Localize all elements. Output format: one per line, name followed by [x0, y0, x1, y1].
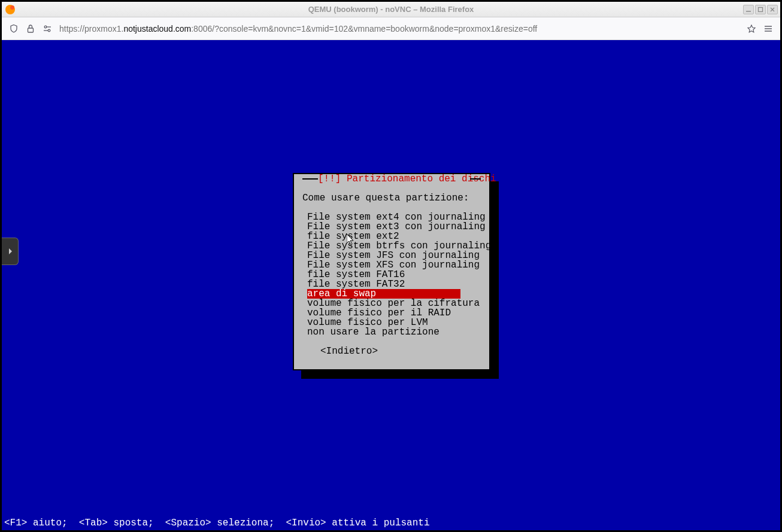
- firefox-icon: [5, 5, 15, 14]
- svg-rect-1: [759, 7, 763, 11]
- bookmark-star-icon[interactable]: [747, 24, 756, 34]
- url-protocol: https://proxmox1.: [59, 24, 123, 34]
- partition-option[interactable]: volume fisico per la cifratura: [307, 299, 481, 308]
- dialog-body: Come usare questa partizione: File syste…: [294, 184, 489, 356]
- svg-point-5: [44, 26, 47, 28]
- hamburger-menu-icon[interactable]: [763, 24, 773, 34]
- title-line-right: [470, 178, 481, 180]
- browser-window: QEMU (bookworm) - noVNC – Mozilla Firefo…: [0, 0, 782, 532]
- partition-option[interactable]: File system XFS con journaling: [307, 260, 481, 270]
- vnc-console-area[interactable]: [!!] Partizionamento dei dischi Come usa…: [2, 40, 780, 530]
- back-button[interactable]: <Indietro>: [320, 346, 481, 356]
- partition-option[interactable]: File system ext3 con journaling: [307, 222, 481, 232]
- dialog-prompt: Come usare questa partizione:: [302, 193, 481, 203]
- window-control-buttons: [743, 5, 778, 14]
- permissions-icon[interactable]: [43, 24, 52, 34]
- window-titlebar: QEMU (bookworm) - noVNC – Mozilla Firefo…: [2, 2, 780, 17]
- partition-dialog: [!!] Partizionamento dei dischi Come usa…: [293, 173, 490, 370]
- partition-option[interactable]: volume fisico per il RAID: [307, 308, 481, 318]
- shield-icon[interactable]: [9, 24, 19, 34]
- svg-point-7: [48, 29, 50, 32]
- keyboard-hint: <F1> aiuto; <Tab> sposta; <Spazio> selez…: [4, 518, 430, 528]
- partition-option[interactable]: File system JFS con journaling: [307, 251, 481, 260]
- dialog-title-row: [!!] Partizionamento dei dischi: [294, 174, 489, 184]
- url-domain: notjustacloud.com: [123, 24, 191, 34]
- option-list: File system ext4 con journalingFile syst…: [307, 212, 481, 337]
- partition-option[interactable]: non usare la partizione: [307, 327, 481, 337]
- minimize-button[interactable]: [743, 5, 754, 14]
- svg-rect-4: [28, 28, 34, 32]
- partition-option[interactable]: file system ext2: [307, 232, 481, 241]
- partition-option[interactable]: file system FAT16: [307, 270, 481, 279]
- partition-option[interactable]: file system FAT32: [307, 279, 481, 289]
- url-path: :8006/?console=kvm&novnc=1&vmid=102&vmna…: [191, 24, 537, 34]
- title-line-left: [302, 178, 318, 180]
- maximize-button[interactable]: [755, 5, 766, 14]
- url-bar: https://proxmox1.notjustacloud.com:8006/…: [2, 17, 780, 40]
- partition-option[interactable]: volume fisico per LVM: [307, 318, 481, 327]
- lock-icon[interactable]: [26, 24, 35, 34]
- novnc-side-tab[interactable]: [2, 238, 19, 265]
- close-button[interactable]: [767, 5, 778, 14]
- dialog-title: [!!] Partizionamento dei dischi: [318, 174, 470, 184]
- url-text[interactable]: https://proxmox1.notjustacloud.com:8006/…: [59, 24, 739, 34]
- partition-option[interactable]: File system btrfs con journaling: [307, 241, 481, 251]
- window-title: QEMU (bookworm) - noVNC – Mozilla Firefo…: [308, 5, 474, 14]
- partition-option[interactable]: File system ext4 con journaling: [307, 212, 481, 222]
- partition-option[interactable]: area di swap: [307, 289, 460, 299]
